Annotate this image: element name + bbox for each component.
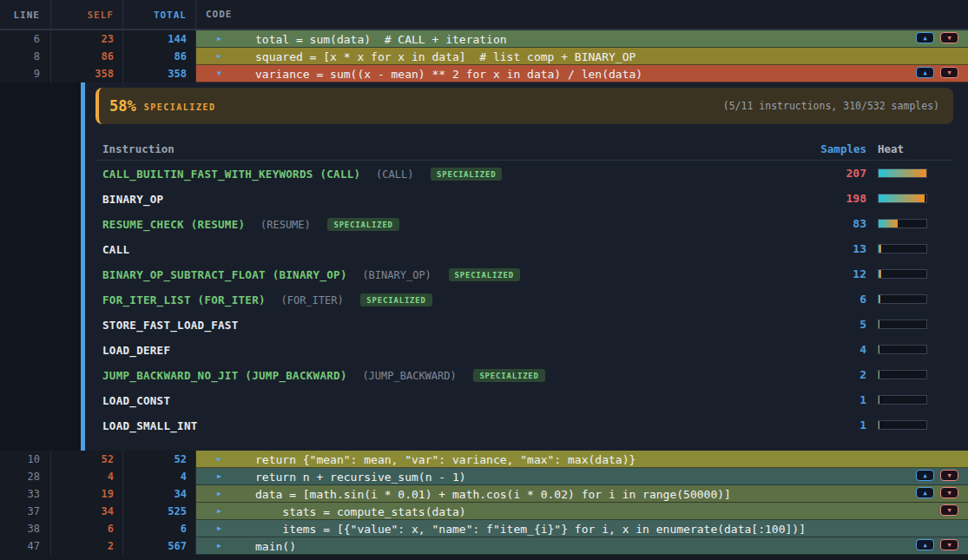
down-arrow-icon: ▼ [947, 35, 951, 42]
expand-caret-icon[interactable]: ▶ [217, 30, 221, 48]
code-text: total = sum(data) # CALL + iteration [255, 33, 507, 46]
code-line-row: 38 6 6 ▶ items = [{"value": x, "name": f… [0, 520, 968, 537]
column-header-self: SELF [51, 0, 123, 29]
code-cell[interactable]: ▼ variance = sum((x - mean) ** 2 for x i… [196, 65, 968, 82]
up-arrow-icon: ▲ [923, 542, 926, 549]
line-number: 9 [0, 65, 51, 82]
expand-caret-icon[interactable]: ▶ [217, 520, 221, 537]
line-number: 37 [0, 503, 51, 520]
specialized-badge: SPECIALIZED [360, 293, 431, 306]
base-instruction-name: (JUMP_BACKWARD) [362, 370, 456, 382]
heat-bar [878, 345, 927, 354]
heat-bar-fill [879, 270, 881, 278]
instruction-name: CALL_BUILTIN_FAST_WITH_KEYWORDS (CALL) [102, 168, 360, 181]
jump-down-button[interactable]: ▼ [940, 504, 958, 516]
heat-bar [878, 370, 927, 379]
code-line-row: 10 52 52 ▶ return {"mean": mean, "var": … [0, 451, 968, 468]
code-cell[interactable]: ▶ stats = compute_stats(data) ▼ [196, 503, 968, 520]
expand-caret-icon[interactable]: ▶ [217, 468, 221, 485]
base-instruction-name: (FOR_ITER) [280, 294, 343, 306]
jump-down-button[interactable]: ▼ [940, 487, 958, 498]
heat-bar-fill [879, 220, 898, 227]
jump-up-button[interactable]: ▲ [916, 470, 934, 481]
up-arrow-icon: ▲ [923, 69, 926, 76]
jump-down-button[interactable]: ▼ [940, 67, 958, 78]
specialized-label: SPECIALIZED [144, 102, 216, 112]
expand-caret-icon[interactable]: ▶ [217, 451, 221, 468]
heat-bar [878, 244, 927, 254]
code-text: items = [{"value": x, "name": f"item_{i}… [255, 523, 806, 536]
heat-bar-fill [879, 169, 926, 177]
heat-cell [866, 219, 953, 228]
instruction-name: JUMP_BACKWARD_NO_JIT (JUMP_BACKWARD) [102, 369, 347, 382]
self-samples: 19 [51, 485, 123, 503]
total-samples: 52 [123, 451, 196, 468]
jump-up-button[interactable]: ▲ [916, 539, 934, 550]
code-line-row: 9 358 358 ▼ variance = sum((x - mean) **… [0, 65, 968, 82]
heat-bar [878, 194, 927, 203]
instruction-name-cell: BINARY_OP [102, 190, 797, 207]
instruction-name: BINARY_OP [102, 193, 163, 206]
heat-bar [878, 294, 927, 304]
detail-panel: 58% SPECIALIZED (5/11 instructions, 310/… [0, 82, 968, 451]
base-instruction-name: (BINARY_OP) [362, 269, 431, 281]
expand-caret-icon[interactable]: ▶ [217, 48, 221, 65]
column-header-instruction: Instruction [102, 142, 797, 155]
self-samples: 358 [51, 65, 123, 82]
code-cell[interactable]: ▶ return {"mean": mean, "var": variance,… [196, 451, 968, 468]
instruction-sample-count: 2 [797, 368, 866, 381]
jump-down-button[interactable]: ▼ [940, 32, 958, 43]
expand-caret-icon[interactable]: ▼ [217, 65, 221, 82]
instruction-name: FOR_ITER_LIST (FOR_ITER) [102, 293, 266, 306]
column-header-code: CODE [196, 9, 968, 20]
instruction-name-cell: CALL [102, 240, 797, 257]
code-cell[interactable]: ▶ squared = [x * x for x in data] # list… [196, 48, 968, 65]
base-instruction-name: (CALL) [376, 168, 413, 181]
instruction-table-header: Instruction Samples Heat [95, 138, 953, 161]
row-nav-buttons: ▲ ▼ [916, 470, 958, 481]
instruction-sample-count: 198 [797, 192, 866, 205]
expand-caret-icon[interactable]: ▶ [217, 503, 221, 520]
down-arrow-icon: ▼ [947, 69, 951, 76]
instruction-name-cell: FOR_ITER_LIST (FOR_ITER) (FOR_ITER) SPEC… [102, 291, 797, 307]
column-header-heat: Heat [866, 142, 953, 155]
jump-up-button[interactable]: ▲ [916, 32, 934, 43]
instruction-row: CALL_BUILTIN_FAST_WITH_KEYWORDS (CALL) (… [95, 161, 953, 186]
row-nav-buttons: ▲ ▼ [916, 539, 958, 550]
line-number: 38 [0, 520, 51, 537]
code-cell[interactable]: ▶ data = [math.sin(i * 0.01) + math.cos(… [196, 485, 968, 503]
code-cell[interactable]: ▶ items = [{"value": x, "name": f"item_{… [196, 520, 968, 537]
row-nav-buttons: ▼ [940, 504, 958, 516]
code-cell[interactable]: ▶ total = sum(data) # CALL + iteration ▲… [196, 30, 968, 48]
instruction-row: LOAD_DEREF 4 [95, 337, 953, 362]
code-cell[interactable]: ▶ return n + recursive_sum(n - 1) ▲ ▼ [196, 468, 968, 485]
line-number: 33 [0, 485, 51, 503]
self-samples: 23 [51, 30, 123, 48]
code-cell[interactable]: ▶ main() ▲ ▼ [196, 537, 968, 555]
heat-bar-fill [879, 194, 925, 202]
heat-cell [866, 320, 953, 329]
jump-down-button[interactable]: ▼ [940, 470, 958, 481]
heat-bar-fill [879, 396, 879, 404]
instruction-name-cell: CALL_BUILTIN_FAST_WITH_KEYWORDS (CALL) (… [102, 165, 797, 181]
heat-bar-fill [879, 346, 879, 353]
instruction-sample-count: 5 [797, 318, 866, 331]
jump-up-button[interactable]: ▲ [916, 487, 934, 498]
down-arrow-icon: ▼ [947, 507, 951, 514]
heat-cell [866, 244, 953, 254]
expand-caret-icon[interactable]: ▶ [217, 537, 221, 555]
expand-caret-icon[interactable]: ▶ [217, 485, 221, 503]
instruction-name: BINARY_OP_SUBTRACT_FLOAT (BINARY_OP) [102, 268, 347, 281]
hot-lines-bottom: 10 52 52 ▶ return {"mean": mean, "var": … [0, 451, 968, 555]
line-number: 10 [0, 451, 51, 468]
up-arrow-icon: ▲ [923, 472, 926, 479]
instruction-name: RESUME_CHECK (RESUME) [102, 218, 245, 231]
instruction-row: BINARY_OP_SUBTRACT_FLOAT (BINARY_OP) (BI… [95, 261, 953, 287]
base-instruction-name: (RESUME) [260, 219, 311, 231]
instruction-name: LOAD_SMALL_INT [102, 419, 198, 432]
jump-down-button[interactable]: ▼ [940, 539, 958, 550]
row-nav-buttons: ▲ ▼ [916, 67, 958, 78]
jump-up-button[interactable]: ▲ [916, 67, 934, 78]
total-samples: 86 [123, 48, 196, 65]
code-text: variance = sum((x - mean) ** 2 for x in … [255, 68, 642, 81]
